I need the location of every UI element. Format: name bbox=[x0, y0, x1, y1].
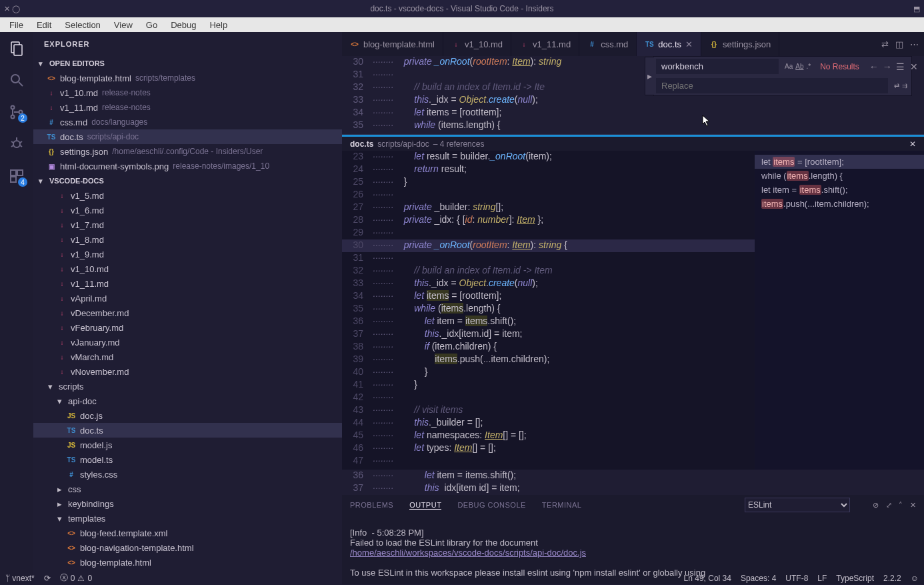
file-item[interactable]: ↓vApril.md bbox=[33, 291, 342, 306]
file-item[interactable]: TSmodel.ts bbox=[33, 452, 342, 467]
panel-tab[interactable]: DEBUG CONSOLE bbox=[457, 501, 525, 509]
file-item[interactable]: #styles.css bbox=[33, 467, 342, 482]
open-editor-item[interactable]: ↓v1_11.md release-notes bbox=[33, 100, 342, 115]
file-item[interactable]: ↓v1_8.md bbox=[33, 232, 342, 247]
tab[interactable]: TSdoc.ts ✕ bbox=[637, 32, 701, 56]
file-item[interactable]: ↓v1_9.md bbox=[33, 247, 342, 261]
file-item[interactable]: ↓v1_11.md bbox=[33, 276, 342, 291]
references-close-icon[interactable]: ✕ bbox=[909, 139, 916, 149]
file-item[interactable]: ↓vJanuary.md bbox=[33, 335, 342, 350]
file-item[interactable]: ↓vFebruary.md bbox=[33, 320, 342, 335]
compare-icon[interactable]: ⇄ bbox=[881, 39, 889, 49]
open-editor-item[interactable]: {}settings.json /home/aeschli/.config/Co… bbox=[33, 144, 342, 159]
tab[interactable]: ↓v1_10.md bbox=[443, 32, 511, 56]
file-item[interactable]: ↓vNovember.md bbox=[33, 364, 342, 379]
menu-help[interactable]: Help bbox=[204, 19, 233, 31]
menu-view[interactable]: View bbox=[109, 19, 138, 31]
open-editors-header[interactable]: ▾OPEN EDITORS bbox=[33, 56, 342, 71]
reference-item[interactable]: while (items.length) { bbox=[755, 169, 924, 183]
file-item[interactable]: ↓v1_7.md bbox=[33, 217, 342, 232]
panel-tab[interactable]: OUTPUT bbox=[409, 501, 441, 510]
menu-debug[interactable]: Debug bbox=[165, 19, 201, 31]
editor-top[interactable]: ▸ Aa Ab .* No Results ← → ☰ ✕ bbox=[342, 56, 924, 135]
reference-item[interactable]: let item = items.shift(); bbox=[755, 183, 924, 197]
folder-item[interactable]: ▾templates bbox=[33, 511, 342, 526]
find-next-icon[interactable]: → bbox=[882, 61, 893, 72]
file-item[interactable]: ↓vDecember.md bbox=[33, 306, 342, 320]
find-input[interactable] bbox=[656, 59, 779, 74]
find-close-icon[interactable]: ✕ bbox=[909, 61, 919, 72]
tab[interactable]: ↓v1_11.md bbox=[511, 32, 579, 56]
window-controls-right[interactable]: ⬒ bbox=[913, 5, 920, 13]
panel-up-icon[interactable]: ˄ bbox=[899, 501, 903, 510]
menu-edit[interactable]: Edit bbox=[31, 19, 57, 31]
file-item[interactable]: <>blog-feed.template.xml bbox=[33, 526, 342, 540]
file-item[interactable]: TSdoc.ts bbox=[33, 423, 342, 438]
cursor-position[interactable]: Ln 49, Col 34 bbox=[684, 574, 731, 583]
regex-icon[interactable]: .* bbox=[806, 63, 811, 70]
folder-item[interactable]: ▸keybindings bbox=[33, 496, 342, 511]
tab[interactable]: <>blog-template.html bbox=[342, 32, 443, 56]
match-case-icon[interactable]: Aa bbox=[785, 63, 793, 70]
reference-item[interactable]: items.push(...item.children); bbox=[755, 197, 924, 211]
file-item[interactable]: ↓v1_5.md bbox=[33, 188, 342, 203]
explorer-icon[interactable] bbox=[7, 39, 26, 57]
file-item[interactable]: <>blog-template.html bbox=[33, 555, 342, 570]
editor-bottom-slice[interactable]: 36········ let item = items.shift();37··… bbox=[342, 470, 924, 495]
extensions-icon[interactable]: 4 bbox=[7, 167, 26, 185]
file-item[interactable]: ↓v1_6.md bbox=[33, 203, 342, 217]
file-item[interactable]: ↓v1_10.md bbox=[33, 261, 342, 276]
md-file-icon: ↓ bbox=[519, 39, 529, 49]
find-toggle-replace[interactable]: ▸ bbox=[645, 57, 654, 95]
file-item[interactable]: <>blog-navigation-template.html bbox=[33, 540, 342, 555]
file-item[interactable]: JSdoc.js bbox=[33, 408, 342, 423]
open-editor-item[interactable]: ↓v1_10.md release-notes bbox=[33, 85, 342, 100]
debug-icon[interactable] bbox=[7, 135, 26, 153]
eol[interactable]: LF bbox=[817, 574, 827, 583]
indentation[interactable]: Spaces: 4 bbox=[741, 574, 776, 583]
file-item[interactable]: ↓vMarch.md bbox=[33, 350, 342, 364]
search-icon[interactable] bbox=[7, 71, 26, 89]
ts-version[interactable]: 2.2.2 bbox=[883, 574, 901, 583]
feedback-icon[interactable]: ☺ bbox=[911, 574, 919, 583]
output-channel-select[interactable]: ESLint bbox=[745, 498, 850, 512]
folder-item[interactable]: ▸css bbox=[33, 482, 342, 496]
references-code[interactable]: 23········ let result = builder._onRoot(… bbox=[342, 151, 755, 470]
tab[interactable]: #css.md bbox=[579, 32, 637, 56]
panel-tab[interactable]: PROBLEMS bbox=[350, 501, 393, 509]
panel-close-icon[interactable]: ✕ bbox=[910, 501, 917, 510]
lock-scroll-icon[interactable]: ⤢ bbox=[886, 501, 893, 510]
open-editor-item[interactable]: <>blog-template.html scripts/templates bbox=[33, 71, 342, 85]
find-selection-icon[interactable]: ☰ bbox=[895, 61, 906, 72]
tab[interactable]: {}settings.json bbox=[701, 32, 779, 56]
encoding[interactable]: UTF-8 bbox=[785, 574, 808, 583]
output-link[interactable]: /home/aeschli/workspaces/vscode-docs/scr… bbox=[350, 548, 586, 558]
open-editor-item[interactable]: ▣html-document-symbols.png release-notes… bbox=[33, 159, 342, 173]
panel-tab[interactable]: TERMINAL bbox=[542, 501, 582, 509]
window-controls-left[interactable]: ✕ ◯ bbox=[4, 5, 20, 13]
language-mode[interactable]: TypeScript bbox=[836, 574, 874, 583]
menu-selection[interactable]: Selection bbox=[59, 19, 105, 31]
replace-one-icon[interactable]: ⇄ bbox=[894, 82, 899, 89]
sync-icon[interactable]: ⟳ bbox=[44, 574, 51, 583]
clear-icon[interactable]: ⊘ bbox=[873, 501, 879, 510]
replace-all-icon[interactable]: ⇉ bbox=[902, 82, 907, 89]
open-editor-item[interactable]: TSdoc.ts scripts/api-doc bbox=[33, 129, 342, 144]
file-item[interactable]: JSmodel.js bbox=[33, 438, 342, 452]
split-icon[interactable]: ◫ bbox=[895, 39, 903, 49]
find-prev-icon[interactable]: ← bbox=[869, 61, 879, 72]
match-word-icon[interactable]: Ab bbox=[795, 63, 803, 70]
problems-status[interactable]: ⓧ 0 ⚠ 0 bbox=[60, 572, 92, 584]
more-icon[interactable]: ⋯ bbox=[910, 39, 919, 49]
menu-file[interactable]: File bbox=[4, 19, 29, 31]
reference-item[interactable]: let items = [rootItem]; bbox=[755, 155, 924, 169]
replace-input[interactable] bbox=[656, 78, 888, 93]
folder-item[interactable]: ▾scripts bbox=[33, 379, 342, 394]
git-branch[interactable]: ᛘ vnext* bbox=[5, 574, 35, 583]
project-header[interactable]: ▾VSCODE-DOCS bbox=[33, 173, 342, 188]
folder-item[interactable]: ▾api-doc bbox=[33, 394, 342, 408]
tab-close-icon[interactable]: ✕ bbox=[685, 39, 693, 49]
open-editor-item[interactable]: #css.md docs/languages bbox=[33, 115, 342, 129]
menu-go[interactable]: Go bbox=[141, 19, 163, 31]
source-control-icon[interactable]: 2 bbox=[7, 103, 26, 121]
